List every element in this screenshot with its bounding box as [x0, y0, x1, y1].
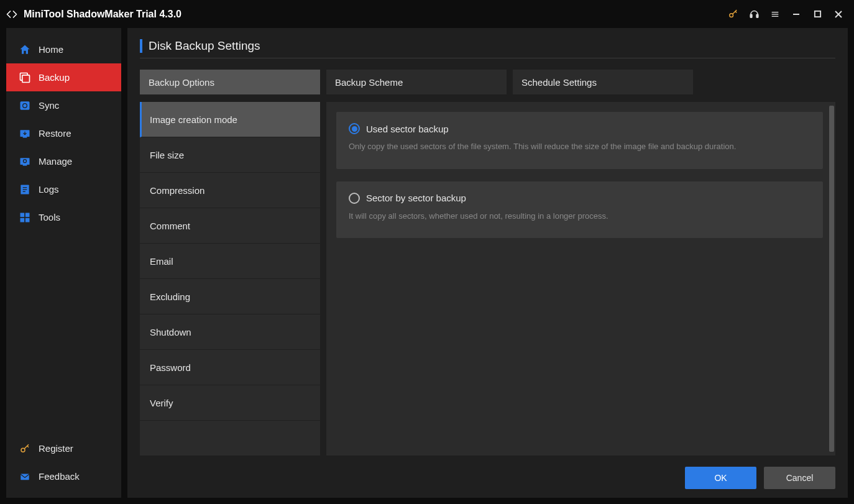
- home-icon: [19, 44, 31, 56]
- button-label: OK: [714, 473, 727, 483]
- radio-icon[interactable]: [349, 123, 360, 134]
- footer-buttons: OK Cancel: [140, 456, 835, 489]
- sidebar-item-restore[interactable]: Restore: [6, 119, 121, 147]
- sidebar-item-label: Manage: [39, 156, 72, 167]
- logs-icon: [19, 183, 31, 196]
- header-accent-bar: [140, 39, 142, 53]
- radio-label: Sector by sector backup: [366, 193, 466, 203]
- svg-point-0: [729, 14, 733, 17]
- sub-item-label: Image creation mode: [150, 114, 237, 125]
- ok-button[interactable]: OK: [685, 467, 756, 489]
- key-icon: [19, 442, 31, 455]
- sub-item-label: Password: [150, 362, 191, 373]
- option-sector-by-sector[interactable]: Sector by sector backup It will copy all…: [336, 181, 823, 239]
- mail-icon: [19, 470, 31, 483]
- sidebar-item-feedback[interactable]: Feedback: [6, 462, 121, 490]
- manage-icon: [19, 155, 31, 168]
- sidebar-item-label: Tools: [39, 212, 60, 222]
- sidebar-item-label: Home: [39, 44, 63, 55]
- sidebar-item-label: Register: [39, 443, 73, 454]
- svg-rect-7: [814, 11, 820, 17]
- sync-icon: [19, 99, 31, 112]
- radio-description: Only copy the used sectors of the file s…: [349, 140, 810, 153]
- sub-item-compression[interactable]: Compression: [140, 173, 320, 208]
- title-bar: MiniTool ShadowMaker Trial 4.3.0: [0, 0, 854, 28]
- minimize-button[interactable]: [786, 0, 807, 28]
- svg-rect-2: [756, 14, 758, 17]
- sub-item-email[interactable]: Email: [140, 244, 320, 279]
- option-area: Used sector backup Only copy the used se…: [326, 102, 835, 456]
- backup-icon: [19, 71, 31, 84]
- options-sidebar: Image creation mode File size Compressio…: [140, 102, 320, 456]
- svg-point-26: [21, 448, 25, 452]
- tab-label: Schedule Settings: [521, 77, 597, 88]
- sub-item-file-size[interactable]: File size: [140, 137, 320, 173]
- radio-description: It will copy all sectors, whether used o…: [349, 210, 810, 222]
- cancel-button[interactable]: Cancel: [764, 467, 835, 489]
- sidebar: Home Backup Sync Restore: [6, 28, 121, 498]
- sub-item-verify[interactable]: Verify: [140, 385, 320, 421]
- tab-backup-scheme[interactable]: Backup Scheme: [326, 70, 507, 94]
- sidebar-item-sync[interactable]: Sync: [6, 91, 121, 119]
- sub-item-label: Compression: [150, 185, 204, 196]
- sidebar-item-label: Feedback: [39, 471, 80, 482]
- headset-icon[interactable]: [743, 0, 764, 28]
- svg-rect-1: [750, 14, 752, 17]
- sub-item-label: Email: [150, 256, 173, 267]
- close-button[interactable]: [828, 0, 849, 28]
- sub-item-label: File size: [150, 150, 184, 160]
- svg-rect-14: [23, 137, 27, 138]
- svg-rect-11: [22, 75, 30, 82]
- sidebar-item-label: Sync: [39, 100, 59, 111]
- sub-item-password[interactable]: Password: [140, 350, 320, 385]
- sub-item-label: Verify: [150, 398, 173, 408]
- sub-item-comment[interactable]: Comment: [140, 208, 320, 244]
- restore-icon: [19, 127, 31, 140]
- sidebar-item-home[interactable]: Home: [6, 35, 121, 63]
- svg-rect-24: [21, 218, 25, 222]
- page-header: Disk Backup Settings: [140, 39, 835, 58]
- sidebar-item-manage[interactable]: Manage: [6, 147, 121, 175]
- svg-rect-23: [25, 213, 30, 217]
- svg-rect-22: [21, 213, 25, 217]
- sub-item-shutdown[interactable]: Shutdown: [140, 314, 320, 350]
- svg-rect-16: [23, 165, 27, 166]
- menu-icon[interactable]: [764, 0, 786, 28]
- sidebar-item-register[interactable]: Register: [6, 434, 121, 462]
- tab-label: Backup Scheme: [335, 77, 403, 88]
- sidebar-item-logs[interactable]: Logs: [6, 175, 121, 203]
- sidebar-item-label: Backup: [39, 72, 70, 83]
- sub-item-label: Excluding: [150, 291, 190, 302]
- sidebar-item-backup[interactable]: Backup: [6, 63, 121, 91]
- sidebar-item-tools[interactable]: Tools: [6, 203, 121, 231]
- sidebar-item-label: Restore: [39, 128, 71, 139]
- app-logo-icon: [5, 7, 19, 21]
- content-panel: Disk Backup Settings Backup Options Back…: [127, 28, 848, 498]
- maximize-button[interactable]: [807, 0, 828, 28]
- sub-item-label: Comment: [150, 221, 190, 231]
- tools-icon: [19, 211, 31, 224]
- tabs-row: Backup Options Backup Scheme Schedule Se…: [140, 70, 835, 94]
- tab-label: Backup Options: [149, 77, 214, 88]
- page-title: Disk Backup Settings: [149, 39, 260, 53]
- svg-rect-12: [21, 101, 30, 109]
- svg-rect-25: [25, 218, 30, 222]
- sub-item-label: Shutdown: [150, 327, 191, 337]
- option-used-sector[interactable]: Used sector backup Only copy the used se…: [336, 112, 823, 169]
- sub-item-excluding[interactable]: Excluding: [140, 279, 320, 314]
- svg-rect-27: [21, 474, 29, 480]
- sub-item-image-creation-mode[interactable]: Image creation mode: [140, 102, 320, 137]
- radio-label: Used sector backup: [366, 124, 449, 134]
- tab-schedule-settings[interactable]: Schedule Settings: [513, 70, 693, 94]
- tab-backup-options[interactable]: Backup Options: [140, 70, 320, 94]
- radio-icon[interactable]: [349, 193, 360, 204]
- license-key-icon[interactable]: [722, 0, 743, 28]
- scrollbar[interactable]: [829, 106, 834, 452]
- app-title: MiniTool ShadowMaker Trial 4.3.0: [24, 9, 181, 20]
- button-label: Cancel: [786, 473, 814, 483]
- svg-rect-15: [21, 158, 30, 165]
- sidebar-item-label: Logs: [39, 184, 59, 195]
